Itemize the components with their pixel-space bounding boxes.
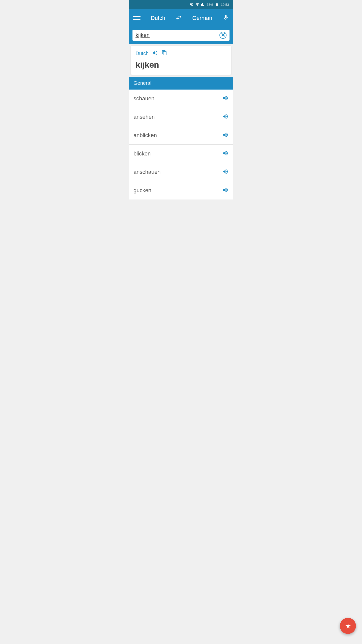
status-bar: 36% 19:53 [129,0,233,9]
translation-word: anblicken [133,132,157,139]
translation-list: schauenansehenanblickenblickenanschaueng… [129,90,233,199]
search-input[interactable] [135,32,219,38]
sound-icon [222,169,229,175]
copy-icon [162,50,167,56]
app-bar: Dutch German [129,9,233,27]
voice-input-button[interactable] [222,14,229,22]
translation-item: anschauen [129,163,233,181]
swap-icon [175,14,182,21]
card-copy-button[interactable] [162,50,167,57]
card-language-label: Dutch [135,51,149,56]
card-sound-button[interactable] [152,50,158,57]
target-language[interactable]: German [192,15,212,21]
clear-search-button[interactable]: ✕ [219,32,227,39]
battery-icon [215,3,219,6]
translation-word: schauen [133,95,154,102]
item-sound-button[interactable] [222,95,229,102]
sound-icon [222,187,229,193]
translation-item: blicken [129,145,233,163]
sound-icon [222,113,229,119]
wifi-icon [195,3,200,7]
sound-icon [152,50,158,56]
translation-word: anschauen [133,169,161,175]
mute-icon [190,3,194,7]
translation-item: anblicken [129,126,233,145]
sound-icon [222,95,229,101]
translation-item: gucken [129,181,233,199]
item-sound-button[interactable] [222,132,229,139]
section-label: General [133,80,151,86]
item-sound-button[interactable] [222,113,229,120]
sound-icon [222,132,229,138]
item-sound-button[interactable] [222,169,229,176]
swap-languages-button[interactable] [175,14,182,22]
translation-word: ansehen [133,114,155,120]
translation-item: schauen [129,90,233,108]
translation-word: gucken [133,187,151,194]
microphone-icon [222,14,229,21]
source-word: kijken [135,60,227,70]
signal-icon [201,3,205,7]
search-input-wrapper: ✕ [132,30,230,41]
translation-word: blicken [133,150,151,157]
translation-card: Dutch kijken [131,46,231,75]
battery-text: 36% [207,3,213,7]
translation-item: ansehen [129,108,233,126]
menu-button[interactable] [133,16,141,20]
section-header: General [129,77,233,90]
card-header: Dutch [135,50,227,57]
status-icons: 36% 19:53 [190,3,229,7]
source-language[interactable]: Dutch [151,15,165,21]
sound-icon [222,150,229,156]
time-text: 19:53 [221,3,229,7]
item-sound-button[interactable] [222,187,229,194]
item-sound-button[interactable] [222,150,229,157]
search-bar: ✕ [129,27,233,44]
